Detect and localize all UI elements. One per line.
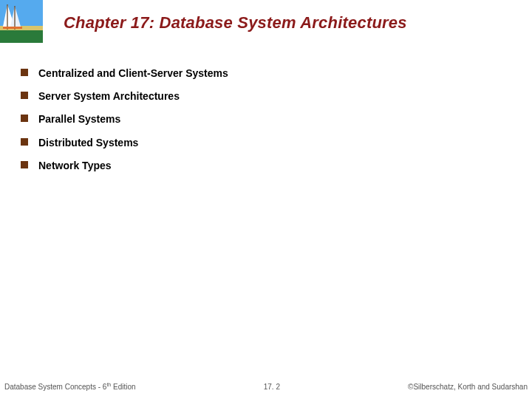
footer-copyright: ©Silberschatz, Korth and Sudarshan (408, 383, 528, 391)
list-item: Distributed Systems (21, 136, 517, 149)
bullet-icon (21, 69, 28, 76)
list-item: Server System Architectures (21, 89, 517, 103)
slide-title: Chapter 17: Database System Architecture… (64, 13, 525, 33)
footer-left-prefix: Database System Concepts - 6 (4, 383, 106, 391)
list-item: Network Types (21, 159, 517, 172)
list-item: Centralized and Client-Server Systems (21, 66, 517, 80)
footer: Database System Concepts - 6th Edition 1… (0, 380, 532, 393)
bullet-text: Server System Architectures (38, 89, 180, 103)
bullet-icon (21, 92, 28, 99)
bullet-icon (21, 138, 28, 146)
bullet-text: Distributed Systems (38, 136, 138, 149)
footer-left: Database System Concepts - 6th Edition (4, 382, 136, 391)
bullet-text: Network Types (38, 159, 112, 172)
bullet-icon (21, 115, 28, 122)
bullet-text: Parallel Systems (38, 112, 120, 126)
list-item: Parallel Systems (21, 112, 517, 126)
svg-rect-7 (3, 27, 22, 29)
logo-image (0, 0, 43, 43)
bullet-list: Centralized and Client-Server Systems Se… (21, 66, 517, 182)
footer-left-suffix: Edition (111, 383, 135, 391)
footer-page-number: 17. 2 (264, 383, 280, 391)
bullet-icon (21, 161, 28, 168)
bullet-text: Centralized and Client-Server Systems (38, 66, 228, 80)
